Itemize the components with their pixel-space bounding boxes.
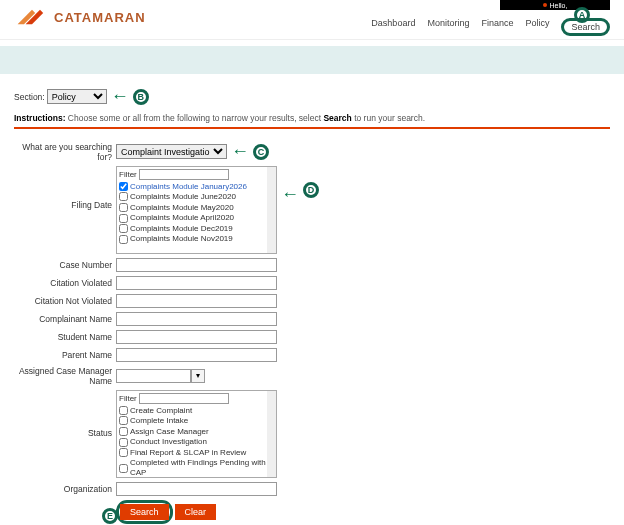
option-label: Completed with Findings Pending with CAP xyxy=(130,458,274,477)
filing-date-option[interactable]: Complaints Module Nov2019 xyxy=(119,234,274,245)
status-option[interactable]: Conduct Investigation xyxy=(119,437,274,448)
complainant-name-label: Complainant Name xyxy=(14,314,116,324)
section-select[interactable]: Policy xyxy=(47,89,107,104)
search-button[interactable]: Search xyxy=(120,504,169,520)
clear-button[interactable]: Clear xyxy=(175,504,217,520)
checkbox[interactable] xyxy=(119,203,128,212)
instructions: Instructions: Choose some or all from th… xyxy=(14,113,610,123)
hello-text: Hello, xyxy=(550,2,568,9)
header-band xyxy=(0,46,624,74)
case-number-row: Case Number xyxy=(14,258,610,272)
option-label: Complaints Module June2020 xyxy=(130,192,236,202)
assigned-manager-input[interactable] xyxy=(116,369,191,383)
organization-row: Organization xyxy=(14,482,610,496)
status-label: Status xyxy=(14,390,116,438)
checkbox[interactable] xyxy=(119,406,128,415)
instructions-bold: Search xyxy=(323,113,351,123)
checkbox[interactable] xyxy=(119,438,128,447)
student-name-row: Student Name xyxy=(14,330,610,344)
filter-label: Filter xyxy=(119,170,137,179)
divider xyxy=(14,127,610,129)
status-listbox[interactable]: Filter Create ComplaintComplete IntakeAs… xyxy=(116,390,277,478)
option-label: Complete Intake xyxy=(130,416,188,426)
status-filter-input[interactable] xyxy=(139,393,229,404)
checkbox[interactable] xyxy=(119,224,128,233)
catamaran-icon xyxy=(16,8,48,26)
brand-name: CATAMARAN xyxy=(54,10,146,25)
option-label: Complaints Module January2026 xyxy=(130,182,247,192)
filing-date-option[interactable]: Complaints Module Dec2019 xyxy=(119,223,274,234)
case-number-label: Case Number xyxy=(14,260,116,270)
filing-date-listbox[interactable]: Filter Complaints Module January2026Comp… xyxy=(116,166,277,254)
filing-date-row: Filing Date Filter Complaints Module Jan… xyxy=(14,166,610,254)
instructions-suffix: to run your search. xyxy=(352,113,425,123)
option-label: Complaints Module Nov2019 xyxy=(130,234,233,244)
student-name-input[interactable] xyxy=(116,330,277,344)
status-option[interactable]: Complete Intake xyxy=(119,416,274,427)
marker-d: D xyxy=(303,182,319,198)
filter-label: Filter xyxy=(119,394,137,403)
assigned-manager-dropdown-button[interactable]: ▾ xyxy=(191,369,205,383)
citation-violated-row: Citation Violated xyxy=(14,276,610,290)
option-label: Complaints Module April2020 xyxy=(130,213,234,223)
case-number-input[interactable] xyxy=(116,258,277,272)
top-bar: CATAMARAN Hello, A Dashboard Monitoring … xyxy=(0,0,624,40)
citation-not-violated-input[interactable] xyxy=(116,294,277,308)
search-form: Section: Policy ← B Instructions: Choose… xyxy=(0,74,624,525)
assigned-manager-label: Assigned Case Manager Name xyxy=(14,366,116,386)
arrow-icon: ← xyxy=(281,184,299,205)
search-for-label: What are you searching for? xyxy=(14,142,116,162)
main-nav: Dashboard Monitoring Finance Policy Sear… xyxy=(371,18,610,36)
section-label: Section: xyxy=(14,92,45,102)
nav-monitoring[interactable]: Monitoring xyxy=(427,18,469,36)
filing-date-filter-input[interactable] xyxy=(139,169,229,180)
nav-finance[interactable]: Finance xyxy=(481,18,513,36)
status-option[interactable]: Assign Case Manager xyxy=(119,426,274,437)
nav-dashboard[interactable]: Dashboard xyxy=(371,18,415,36)
search-for-row: What are you searching for? Complaint In… xyxy=(14,141,610,162)
button-row: E Search Clear xyxy=(14,500,610,524)
checkbox[interactable] xyxy=(119,182,128,191)
status-option[interactable]: Final Report & SLCAP in Review xyxy=(119,447,274,458)
checkbox[interactable] xyxy=(119,192,128,201)
option-label: Assign Case Manager xyxy=(130,427,209,437)
checkbox[interactable] xyxy=(119,448,128,457)
marker-b: B xyxy=(133,89,149,105)
organization-input[interactable] xyxy=(116,482,277,496)
instructions-text: Choose some or all from the following to… xyxy=(65,113,323,123)
status-option[interactable]: Completed with Findings Pending with CAP xyxy=(119,458,274,478)
checkbox[interactable] xyxy=(119,214,128,223)
nav-policy[interactable]: Policy xyxy=(525,18,549,36)
parent-name-input[interactable] xyxy=(116,348,277,362)
option-label: Create Complaint xyxy=(130,406,192,416)
citation-not-violated-row: Citation Not Violated xyxy=(14,294,610,308)
section-row: Section: Policy ← B xyxy=(14,86,610,107)
scrollbar[interactable] xyxy=(267,167,276,253)
brand-logo: CATAMARAN xyxy=(16,8,146,26)
student-name-label: Student Name xyxy=(14,332,116,342)
nav-search[interactable]: Search xyxy=(561,18,610,36)
filing-date-option[interactable]: Complaints Module June2020 xyxy=(119,192,274,203)
filing-date-option[interactable]: Complaints Module April2020 xyxy=(119,213,274,224)
filing-date-option[interactable]: Complaints Module January2026 xyxy=(119,181,274,192)
status-option[interactable]: Create Complaint xyxy=(119,405,274,416)
checkbox[interactable] xyxy=(119,416,128,425)
option-label: Complaints Module May2020 xyxy=(130,203,234,213)
organization-label: Organization xyxy=(14,484,116,494)
hello-bar: Hello, xyxy=(500,0,610,10)
checkbox[interactable] xyxy=(119,235,128,244)
option-label: Final Report & SLCAP in Review xyxy=(130,448,246,458)
checkbox[interactable] xyxy=(119,464,128,473)
citation-not-violated-label: Citation Not Violated xyxy=(14,296,116,306)
parent-name-row: Parent Name xyxy=(14,348,610,362)
search-for-select[interactable]: Complaint Investigation xyxy=(116,144,227,159)
arrow-icon: ← xyxy=(111,86,129,107)
filing-date-option[interactable]: Complaints Module May2020 xyxy=(119,202,274,213)
complainant-name-input[interactable] xyxy=(116,312,277,326)
citation-violated-input[interactable] xyxy=(116,276,277,290)
marker-e: E xyxy=(102,508,118,524)
scrollbar[interactable] xyxy=(267,391,276,477)
checkbox[interactable] xyxy=(119,427,128,436)
status-row: Status Filter Create ComplaintComplete I… xyxy=(14,390,610,478)
assigned-manager-combo[interactable]: ▾ xyxy=(116,369,205,383)
